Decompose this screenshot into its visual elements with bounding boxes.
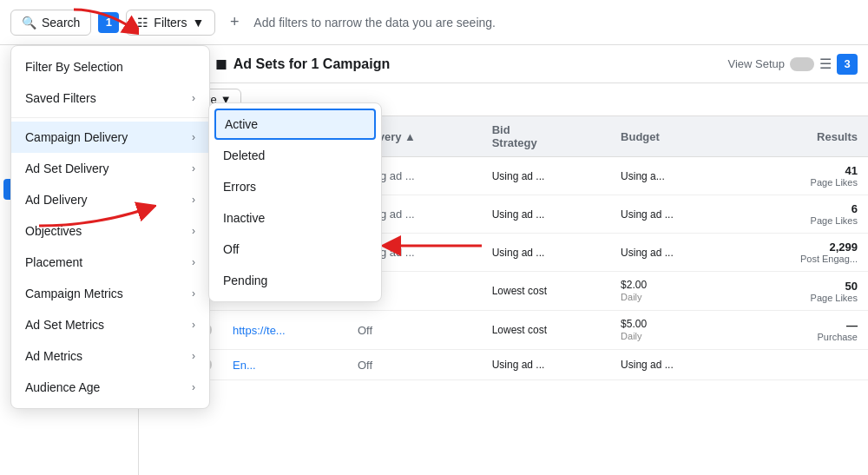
menu-item-ad-set-metrics[interactable]: Ad Set Metrics › [11, 309, 209, 340]
cell-budget: Using ad ... [610, 234, 735, 272]
grid-icon: ◼ [215, 56, 227, 72]
chevron-right-icon: › [192, 194, 195, 206]
menu-item-ad-set-delivery[interactable]: Ad Set Delivery › [11, 153, 209, 184]
menu-item-filter-by-selection[interactable]: Filter By Selection [11, 51, 209, 82]
cell-bid: Lowest cost [482, 311, 610, 350]
menu-divider [11, 117, 209, 118]
cell-budget: Using a... [610, 157, 735, 195]
cell-name: En... [222, 350, 347, 380]
adsets-title: ◼ Ad Sets for 1 Campaign [215, 56, 390, 72]
cell-budget: Using ad ... [610, 350, 735, 380]
search-icon: 🔍 [22, 16, 36, 30]
search-button[interactable]: 🔍 Search [10, 10, 91, 36]
menu-item-label: Campaign Metrics [25, 287, 123, 300]
menu-item-label: Ad Metrics [25, 349, 82, 363]
cell-budget: $5.00Daily [610, 311, 735, 350]
menu-item-label: Ad Set Metrics [25, 318, 104, 332]
cell-bid: Using ad ... [482, 234, 610, 272]
adsets-title-text: Ad Sets for 1 Campaign [233, 56, 390, 72]
cell-bid: Lowest cost [482, 272, 610, 311]
submenu-item-inactive[interactable]: Inactive [209, 202, 381, 234]
chevron-right-icon: › [192, 162, 195, 175]
result-type: Page Likes [746, 177, 858, 188]
result-type: Page Likes [746, 215, 858, 226]
step-1-badge: 1 [98, 12, 119, 33]
view-setup-toggle[interactable] [790, 57, 814, 71]
chevron-right-icon: › [192, 92, 195, 104]
menu-item-label: Objectives [25, 224, 82, 238]
result-type: Post Engag... [746, 254, 858, 264]
filter-menu: Filter By Selection Saved Filters › Camp… [10, 45, 210, 409]
submenu-item-errors[interactable]: Errors [209, 171, 381, 202]
menu-item-ad-metrics[interactable]: Ad Metrics › [11, 340, 209, 372]
chevron-right-icon: › [192, 350, 195, 362]
step-3-badge: 3 [837, 54, 858, 75]
submenu-item-label: Pending [223, 274, 267, 287]
cell-results: 2,299Post Engag... [735, 234, 868, 272]
submenu-item-pending[interactable]: Pending [209, 265, 381, 296]
filters-button[interactable]: ☷ Filters ▼ [126, 10, 215, 36]
cell-results: 6Page Likes [735, 195, 868, 234]
menu-item-placement[interactable]: Placement › [11, 247, 209, 278]
view-setup-label: View Setup [727, 57, 785, 70]
cell-results: 41Page Likes [735, 157, 868, 195]
toolbar: 🔍 Search 1 ☷ Filters ▼ + Add filters to … [0, 0, 868, 45]
cell-delivery: Off [347, 311, 482, 350]
result-type: Purchase [746, 332, 858, 342]
search-label: Search [42, 16, 80, 30]
result-number: — [746, 319, 858, 332]
result-number: 50 [746, 280, 858, 293]
adsets-header: lected ✕ ◼ Ad Sets for 1 Campaign View S… [139, 45, 868, 83]
filters-label: Filters [154, 16, 187, 30]
chevron-right-icon: › [192, 319, 195, 331]
submenu-item-label: Off [223, 242, 239, 256]
chevron-right-icon: › [192, 381, 195, 393]
menu-item-saved-filters[interactable]: Saved Filters › [11, 82, 209, 114]
result-number: 6 [746, 202, 858, 215]
menu-item-label: Ad Delivery [25, 193, 88, 207]
cell-delivery: Off [347, 350, 482, 380]
cell-bid: Using ad ... [482, 350, 610, 380]
chevron-right-icon: › [192, 131, 195, 143]
menu-item-ad-delivery[interactable]: Ad Delivery › [11, 184, 209, 215]
cell-budget: $2.00Daily [610, 272, 735, 311]
cell-bid: Using ad ... [482, 157, 610, 195]
submenu-item-deleted[interactable]: Deleted [209, 140, 381, 171]
menu-item-label: Audience Age [25, 380, 100, 394]
result-number: 41 [746, 164, 858, 177]
filter-icon: ☷ [137, 16, 148, 30]
col-header-budget: Budget [610, 116, 735, 157]
columns-icon: ☰ [819, 56, 832, 72]
view-setup: View Setup ☰ 3 [727, 54, 858, 75]
result-number: 2,299 [746, 241, 858, 254]
submenu-item-active[interactable]: Active [214, 109, 376, 140]
submenu-item-off[interactable]: Off [209, 234, 381, 265]
delivery-submenu: Active Deleted Errors Inactive Off Pendi… [208, 102, 382, 302]
menu-item-campaign-delivery[interactable]: Campaign Delivery › [11, 122, 209, 153]
cell-results: —Purchase [735, 311, 868, 350]
table-row: En... Off Using ad ... Using ad ... [139, 350, 868, 380]
cell-bid: Using ad ... [482, 195, 610, 234]
menu-item-label: Placement [25, 255, 82, 269]
screen: 🔍 Search 1 ☷ Filters ▼ + Add filters to … [0, 0, 868, 475]
cell-budget: Using ad ... [610, 195, 735, 234]
col-header-bid: BidStrategy [482, 116, 610, 157]
chevron-right-icon: › [192, 256, 195, 268]
menu-item-label: Ad Set Delivery [25, 162, 108, 175]
submenu-item-label: Active [225, 117, 258, 131]
menu-item-campaign-metrics[interactable]: Campaign Metrics › [11, 278, 209, 309]
result-type: Page Likes [746, 293, 858, 303]
chevron-right-icon: › [192, 287, 195, 300]
menu-item-label: Saved Filters [25, 91, 96, 105]
col-header-results: Results [735, 116, 868, 157]
submenu-item-label: Errors [223, 180, 256, 194]
table-row: https://te... Off Lowest cost $5.00Daily… [139, 311, 868, 350]
menu-item-objectives[interactable]: Objectives › [11, 215, 209, 247]
cell-results [735, 350, 868, 380]
menu-item-audience-age[interactable]: Audience Age › [11, 372, 209, 403]
menu-item-label: Campaign Delivery [25, 130, 128, 144]
plus-button[interactable]: + [222, 10, 247, 35]
cell-name: https://te... [222, 311, 347, 350]
filter-hint: Add filters to narrow the data you are s… [253, 16, 496, 30]
cell-results: 50Page Likes [735, 272, 868, 311]
